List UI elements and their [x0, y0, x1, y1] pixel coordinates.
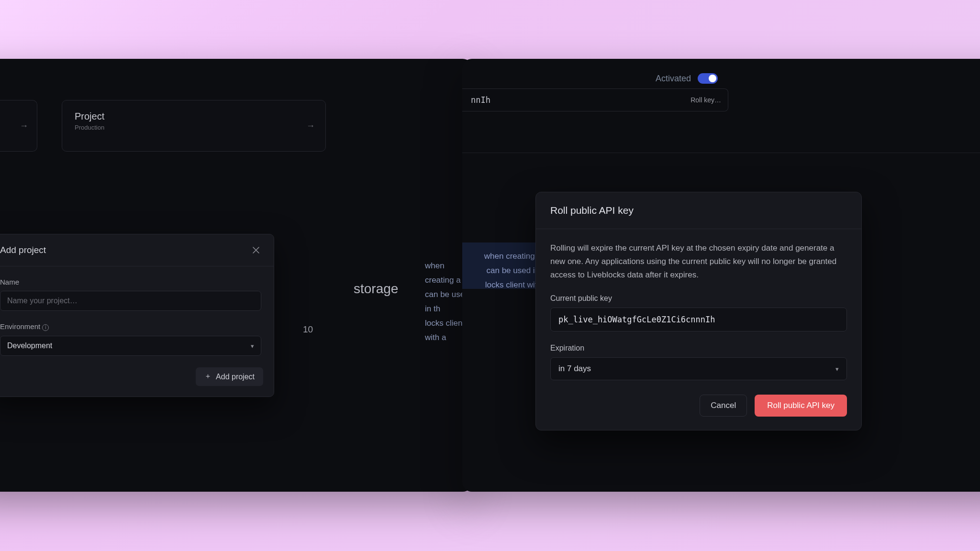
activated-toggle[interactable]	[698, 73, 718, 84]
api-key-tail: nnIh	[471, 95, 490, 105]
metric-value: 10	[303, 324, 313, 335]
api-key-row: nnIh Roll key…	[462, 88, 728, 111]
arrow-right-icon: →	[20, 121, 28, 131]
add-project-modal: Add project Name Environment i Developme…	[0, 234, 274, 397]
expiration-label: Expiration	[550, 344, 847, 353]
arrow-right-icon: →	[306, 121, 315, 131]
activated-label: Activated	[656, 74, 691, 84]
project-card[interactable]: Project Production →	[62, 100, 326, 152]
plus-icon: ＋	[204, 372, 212, 381]
environment-select[interactable]: Development ▾	[0, 336, 261, 356]
activated-row: Activated	[656, 73, 718, 84]
current-key-label: Current public key	[550, 294, 847, 303]
expiration-select[interactable]: in 7 days ▾	[550, 357, 847, 380]
close-icon[interactable]	[251, 245, 261, 255]
roll-key-link[interactable]: Roll key…	[690, 96, 721, 104]
chevron-down-icon: ▾	[251, 342, 254, 350]
project-card-partial[interactable]: →	[0, 100, 37, 152]
modal-title: Add project	[0, 245, 46, 255]
roll-key-modal: Roll public API key Rolling will expire …	[535, 192, 862, 430]
chevron-down-icon: ▾	[835, 365, 839, 373]
divider	[462, 153, 980, 153]
left-app-window: → Project Production → 10 storage when c…	[0, 59, 472, 492]
roll-key-button[interactable]: Roll public API key	[755, 395, 847, 417]
current-key-value[interactable]: pk_live_hiOWatgfGcLe0Z1Ci6cnnnIh	[550, 308, 847, 331]
project-name-input[interactable]	[0, 291, 261, 311]
name-label: Name	[0, 278, 261, 286]
environment-label: Environment i	[0, 322, 261, 331]
add-project-button[interactable]: ＋ Add project	[196, 367, 263, 386]
modal-title: Roll public API key	[550, 205, 847, 216]
storage-label: storage	[354, 281, 398, 297]
expiration-value: in 7 days	[558, 364, 591, 374]
project-title: Project	[75, 111, 313, 122]
project-env-label: Production	[75, 124, 313, 131]
info-icon[interactable]: i	[42, 324, 49, 331]
right-app-window: Activated nnIh Roll key… when creating a…	[462, 59, 980, 492]
add-project-label: Add project	[216, 373, 255, 381]
modal-description: Rolling will expire the current API key …	[550, 242, 847, 282]
environment-value: Development	[7, 342, 52, 350]
cancel-button[interactable]: Cancel	[700, 395, 747, 417]
